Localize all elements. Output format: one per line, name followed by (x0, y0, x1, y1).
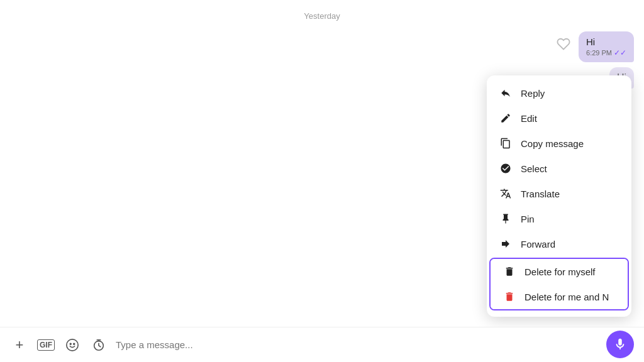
timer-button[interactable] (89, 336, 108, 354)
menu-item-delete-both[interactable]: Delete for me and N (491, 284, 628, 309)
edit-icon (499, 112, 512, 124)
message-input[interactable] (116, 339, 634, 350)
message-meta-1: 6:29 PM ✓✓ (586, 48, 626, 57)
message-bubble-1: Hi 6:29 PM ✓✓ (579, 31, 634, 62)
message-text-1: Hi (586, 36, 626, 47)
trash-icon-2 (503, 290, 516, 303)
emoji-icon (65, 338, 79, 352)
timer-icon (92, 338, 106, 352)
context-menu: Reply Edit Copy message (487, 75, 631, 317)
menu-item-reply[interactable]: Reply (487, 80, 631, 106)
gif-label: GIF (37, 339, 55, 351)
message-row-1: Hi 6:29 PM ✓✓ (10, 31, 634, 62)
menu-item-delete-myself[interactable]: Delete for myself (491, 259, 628, 284)
check-icon-1: ✓✓ (614, 48, 626, 57)
menu-item-select[interactable]: Select (487, 156, 631, 181)
translate-icon (499, 187, 512, 200)
emoji-button[interactable] (63, 336, 82, 354)
copy-icon (499, 137, 512, 150)
heart-icon[interactable] (553, 34, 574, 54)
chat-container: Yesterday Hi 6:29 PM ✓✓ Hi (0, 0, 644, 362)
svg-point-1 (70, 343, 71, 344)
chat-toolbar: + GIF (0, 327, 644, 362)
delete-section: Delete for myself Delete for me and N (489, 258, 629, 310)
add-button[interactable]: + (10, 336, 29, 354)
gif-button[interactable]: GIF (36, 336, 55, 354)
select-icon (499, 162, 512, 175)
mic-button[interactable] (606, 331, 634, 358)
menu-item-forward[interactable]: Forward (487, 231, 631, 256)
mic-icon (613, 337, 627, 351)
trash-icon-1 (503, 265, 516, 278)
reply-icon (499, 87, 512, 99)
svg-point-2 (74, 343, 75, 344)
menu-item-copy[interactable]: Copy message (487, 131, 631, 156)
svg-point-0 (67, 339, 78, 350)
chat-messages: Yesterday Hi 6:29 PM ✓✓ Hi (0, 0, 644, 327)
menu-item-pin[interactable]: Pin (487, 206, 631, 231)
menu-item-edit[interactable]: Edit (487, 106, 631, 131)
pin-icon (499, 212, 512, 225)
date-divider: Yesterday (10, 10, 634, 21)
menu-item-translate[interactable]: Translate (487, 181, 631, 206)
forward-icon (499, 238, 512, 250)
